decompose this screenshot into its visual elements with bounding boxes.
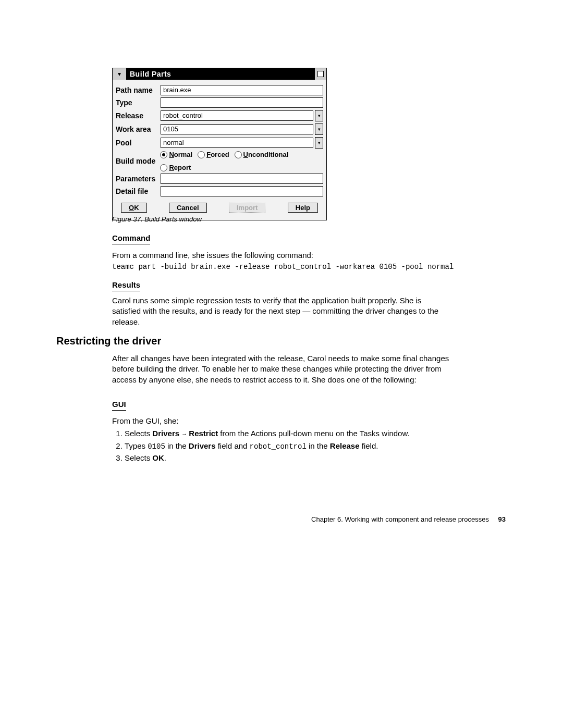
system-menu-icon[interactable]: ▾ — [113, 68, 127, 80]
workarea-label: Work area — [116, 125, 161, 133]
import-button[interactable]: Import — [229, 203, 265, 213]
results-heading: Results — [112, 280, 451, 294]
radio-label: eport — [174, 164, 191, 171]
titlebar: ▾ Build Parts — [113, 68, 326, 80]
footer: Chapter 6. Working with component and re… — [311, 515, 506, 523]
gui-step-3: Selects OK. — [125, 453, 451, 463]
pool-input[interactable]: normal — [161, 138, 313, 148]
gui-step-2: Types 0105 in the Drivers field and robo… — [125, 441, 451, 452]
buildmode-forced[interactable]: Forced — [198, 151, 229, 158]
buildmode-unconditional[interactable]: Unconditional — [235, 151, 289, 158]
workarea-dropdown-icon[interactable]: ▾ — [315, 124, 323, 135]
buildmode-normal[interactable]: Normal — [160, 151, 192, 158]
results-text: Carol runs some simple regression tests … — [112, 295, 451, 327]
type-label: Type — [116, 98, 161, 107]
restrict-heading: Restricting the driver — [56, 335, 161, 347]
type-input[interactable] — [161, 97, 323, 108]
command-heading: Command — [112, 233, 451, 248]
radio-label: nconditional — [248, 151, 288, 158]
release-dropdown-icon[interactable]: ▾ — [315, 110, 323, 121]
maximize-icon[interactable] — [314, 68, 326, 80]
form-area: Path name brain.exe Type Release robot_c… — [113, 80, 326, 220]
parameters-label: Parameters — [116, 175, 161, 183]
command-code: teamc part -build brain.exe -release rob… — [112, 262, 451, 272]
gui-text: From the GUI, she: Selects Drivers → Res… — [112, 416, 451, 465]
radio-label: orced — [211, 151, 229, 158]
release-label: Release — [116, 112, 161, 120]
workarea-input[interactable]: 0105 — [161, 124, 313, 134]
radio-label: ormal — [174, 151, 192, 158]
help-button[interactable]: Help — [288, 203, 318, 213]
cancel-button[interactable]: Cancel — [169, 203, 207, 213]
page: ▾ Build Parts Path name brain.exe Type R… — [0, 0, 563, 728]
pool-dropdown-icon[interactable]: ▾ — [315, 137, 323, 149]
command-intro: From a command line, she issues the foll… — [112, 250, 451, 261]
button-row: OK Cancel Import Help — [116, 199, 323, 215]
footer-page: 93 — [498, 515, 506, 523]
parameters-input[interactable] — [161, 174, 323, 184]
gui-intro: From the GUI, she: — [112, 416, 179, 425]
pathname-input[interactable]: brain.exe — [161, 85, 323, 95]
pathname-label: Path name — [116, 86, 161, 94]
restrict-text: After all changes have been integrated w… — [112, 353, 451, 385]
pool-label: Pool — [116, 139, 161, 147]
detailfile-input[interactable] — [161, 186, 323, 196]
window-title: Build Parts — [127, 70, 314, 78]
footer-chapter: Chapter 6. Working with component and re… — [311, 515, 489, 523]
buildmode-radios: Normal Forced Unconditional Report — [160, 151, 323, 171]
gui-heading: GUI — [112, 399, 451, 414]
ok-button[interactable]: OK — [121, 203, 147, 213]
gui-steps: Selects Drivers → Restrict from the Acti… — [112, 428, 451, 463]
buildmode-label: Build mode — [116, 157, 160, 165]
gui-step-1: Selects Drivers → Restrict from the Acti… — [125, 428, 451, 439]
figure-caption: Figure 37. Build Parts window — [112, 215, 451, 224]
detailfile-label: Detail file — [116, 187, 161, 195]
buildmode-report[interactable]: Report — [160, 164, 191, 171]
build-parts-window: ▾ Build Parts Path name brain.exe Type R… — [112, 68, 327, 220]
release-input[interactable]: robot_control — [161, 110, 313, 121]
